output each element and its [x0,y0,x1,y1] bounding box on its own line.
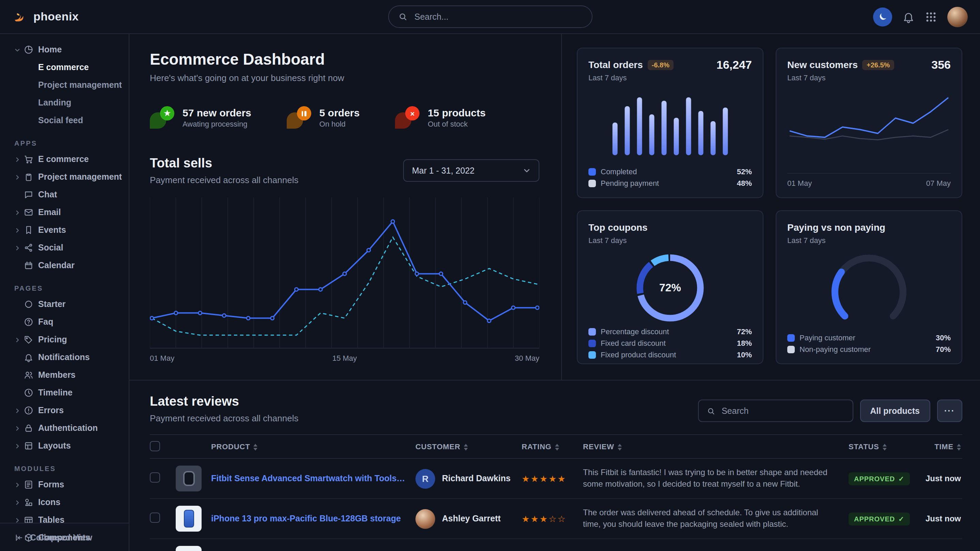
chevron-right-icon [14,499,24,505]
sidebar-item-email[interactable]: Email [0,203,129,221]
sidebar-subitem-landing[interactable]: Landing [0,94,129,112]
sidebar-item-chat[interactable]: Chat [0,186,129,203]
sidebar-item-events[interactable]: Events [0,221,129,239]
layout-icon [24,441,38,451]
sidebar-subitem-e-commerce[interactable]: E commerce [0,59,129,76]
user-avatar[interactable] [947,6,968,27]
page-subtitle: Here's what's going on at your business … [150,73,539,83]
row-checkbox[interactable] [150,472,160,482]
legend-value: 48% [737,179,752,187]
card-title: Paying vs non paying [787,222,885,233]
legend-label: Pending payment [601,179,659,187]
legend-item: Paying customer30% [787,333,951,342]
row-checkbox[interactable] [150,512,160,522]
date-range-select[interactable]: Mar 1 - 31, 2022 [403,159,539,182]
legend-item: Pending payment48% [589,179,752,187]
sidebar-item-project-management[interactable]: Project management [0,168,129,186]
sidebar-item-faq[interactable]: Faq [0,313,129,331]
topbar-actions [873,6,968,27]
product-link[interactable]: Fitbit Sense Advanced Smartwatch with To… [211,474,415,483]
product-link[interactable]: iPhone 13 pro max-Pacific Blue-128GB sto… [211,514,415,524]
more-options-button[interactable]: ··· [937,400,962,422]
column-header-product[interactable]: PRODUCT [211,442,415,451]
chat-icon [24,190,38,199]
legend-item: Fixed card discount18% [589,339,752,347]
cross-icon: × [395,106,420,129]
sidebar-subitem-social-feed[interactable]: Social feed [0,112,129,129]
select-all-checkbox[interactable] [150,441,160,451]
sort-icon [464,444,468,451]
sidebar-item-errors[interactable]: Errors [0,402,129,419]
sidebar-item-icons[interactable]: Icons [0,494,129,511]
order-stats-row: ★57 new ordersAwating processing5 orders… [150,106,539,129]
column-header-status[interactable]: STATUS [849,442,922,451]
card-period: Last 7 days [787,236,885,245]
sidebar-item-label: Forms [38,480,64,489]
global-search-input[interactable] [413,11,582,22]
notifications-button[interactable] [902,11,915,23]
legend-value: 10% [737,351,752,359]
product-image[interactable] [176,465,202,491]
top-coupons-card: Top coupons Last 7 days 72% Percentage d… [577,210,764,364]
sort-icon [957,444,961,451]
sidebar-item-starter[interactable]: Starter [0,295,129,313]
sidebar-item-label: Home [38,45,62,54]
chevron-right-icon [14,481,24,488]
legend-value: 52% [737,167,752,176]
column-header-rating[interactable]: RATING [522,442,583,451]
collapse-view-toggle[interactable]: Collapsed View [0,523,129,551]
sidebar-section-label: APPS [14,140,129,147]
column-header-review[interactable]: REVIEW [583,442,849,451]
sidebar-item-forms[interactable]: Forms [0,476,129,494]
reviews-search[interactable] [698,400,853,422]
legend-value: 70% [936,345,951,353]
column-header-customer[interactable]: CUSTOMER [415,442,522,451]
legend-item: Fixed product discount10% [589,351,752,359]
status-badge: APPROVED ✓ [849,513,910,526]
sidebar-item-label: Authentication [38,423,98,433]
all-products-button[interactable]: All products [860,400,930,422]
review-time: Just now [922,514,962,524]
tag-icon [24,335,38,345]
customer-avatar [415,509,435,529]
sidebar-item-timeline[interactable]: Timeline [0,384,129,402]
legend-value: 72% [737,327,752,335]
new-customers-card: New customers+26.5% Last 7 days 356 01 M… [776,48,962,198]
sidebar-item-label: Starter [38,300,66,309]
legend-item: Non-paying customer70% [787,345,951,353]
sidebar-item-e-commerce[interactable]: E commerce [0,151,129,168]
chevron-down-icon [14,47,24,53]
stat-caption: Out of stock [428,120,485,128]
global-search[interactable] [388,5,592,28]
sidebar-item-pricing[interactable]: Pricing [0,331,129,348]
collapse-icon [14,533,24,542]
product-image[interactable] [176,506,202,532]
sidebar-item-members[interactable]: Members [0,366,129,384]
brand-name: phoenix [33,10,79,24]
clipboard-icon [24,172,38,182]
sidebar-item-social[interactable]: Social [0,239,129,257]
sidebar-nav: HomeE commerceProject managementLandingS… [0,34,129,546]
latest-reviews-section: Latest reviews Payment received across a… [129,381,980,551]
theme-toggle-button[interactable] [873,7,892,26]
sidebar-item-layouts[interactable]: Layouts [0,437,129,455]
reviews-table-body: Fitbit Sense Advanced Smartwatch with To… [150,459,962,551]
sidebar-subitem-project-management[interactable]: Project management [0,76,129,94]
calendar-icon [24,261,38,270]
column-header-time[interactable]: TIME [922,442,962,451]
sidebar-item-home[interactable]: Home [0,41,129,59]
chevron-right-icon [14,443,24,449]
sidebar-item-notifications[interactable]: Notifications [0,348,129,366]
reviews-table-header: PRODUCTCUSTOMERRATINGREVIEWSTATUSTIME [150,434,962,459]
stat-caption: On hold [320,120,360,128]
reviews-search-input[interactable] [720,405,844,416]
total-sells-subtitle: Payment received across all channels [150,175,298,185]
product-image[interactable] [176,546,202,551]
chevron-right-icon [14,425,24,431]
card-period: Last 7 days [589,236,648,245]
chevron-right-icon [14,209,24,216]
sidebar-item-calendar[interactable]: Calendar [0,257,129,274]
sidebar-item-authentication[interactable]: Authentication [0,419,129,437]
brand-logo[interactable]: phoenix [12,9,79,24]
apps-grid-button[interactable] [925,11,937,23]
